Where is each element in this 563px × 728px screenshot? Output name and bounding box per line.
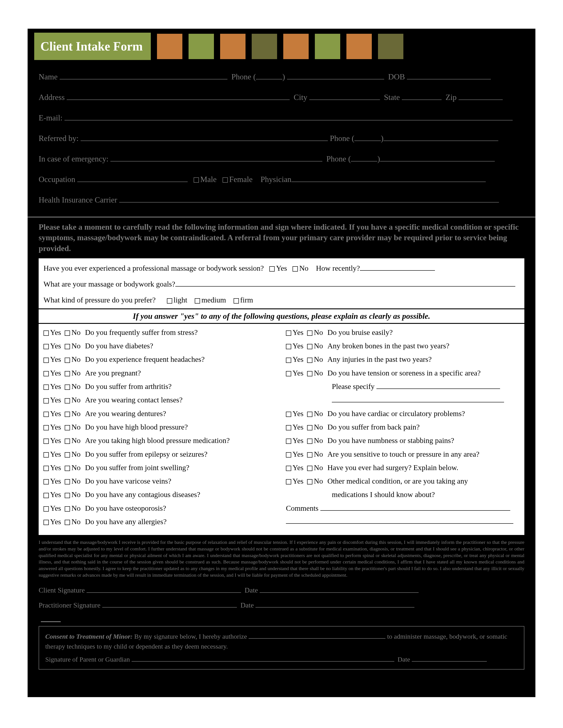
input-emergency[interactable]: [110, 153, 322, 161]
input-dob[interactable]: [407, 71, 491, 79]
checkbox-exp-no[interactable]: [293, 266, 298, 272]
checkbox-no[interactable]: [65, 358, 70, 363]
checkbox-no[interactable]: [307, 358, 313, 363]
checkbox-no[interactable]: [307, 330, 313, 336]
input-phone-area[interactable]: [256, 71, 283, 79]
checkbox-no[interactable]: [307, 452, 313, 458]
checkbox-no[interactable]: [65, 330, 70, 336]
input-minor-date[interactable]: [412, 654, 487, 662]
checkbox-yes[interactable]: [43, 493, 49, 498]
checkbox-no[interactable]: [65, 425, 70, 430]
checkbox-yes[interactable]: [43, 479, 49, 484]
checkbox-yes[interactable]: [43, 466, 49, 471]
checkbox-no[interactable]: [65, 466, 70, 471]
checkbox-no[interactable]: [65, 439, 70, 444]
checkbox-no[interactable]: [307, 439, 313, 444]
checkbox-yes[interactable]: [43, 330, 49, 336]
input-referred[interactable]: [81, 132, 328, 141]
label-yes: Yes: [50, 328, 61, 336]
input-physician[interactable]: [292, 173, 486, 182]
checkbox-yes[interactable]: [43, 358, 49, 363]
input-comments[interactable]: [321, 503, 510, 511]
checkbox-yes[interactable]: [43, 439, 49, 444]
checkbox-no[interactable]: [307, 412, 313, 417]
question-column-right: Yes NoDo you bruise easily?Yes NoAny bro…: [286, 327, 520, 530]
label-no: No: [314, 463, 323, 472]
checkbox-yes[interactable]: [286, 412, 291, 417]
checkbox-light[interactable]: [167, 298, 172, 304]
input-occupation[interactable]: [77, 173, 188, 182]
checkbox-no[interactable]: [65, 520, 70, 525]
checkbox-yes[interactable]: [43, 452, 49, 458]
checkbox-yes[interactable]: [286, 344, 291, 349]
checkbox-medium[interactable]: [195, 298, 200, 304]
checkbox-yes[interactable]: [43, 398, 49, 403]
checkbox-no[interactable]: [65, 493, 70, 498]
input-specify2[interactable]: [332, 395, 504, 402]
checkbox-no[interactable]: [65, 506, 70, 512]
checkbox-yes[interactable]: [43, 520, 49, 525]
input-comments2[interactable]: [286, 516, 513, 524]
checkbox-yes[interactable]: [43, 412, 49, 417]
input-insurance[interactable]: [119, 194, 499, 203]
checkbox-no[interactable]: [307, 344, 313, 349]
input-phone[interactable]: [287, 71, 384, 79]
input-minor-auth[interactable]: [248, 631, 386, 639]
checkbox-yes[interactable]: [43, 385, 49, 390]
input-goals[interactable]: [175, 279, 515, 287]
checkbox-no[interactable]: [65, 412, 70, 417]
checkbox-yes[interactable]: [286, 479, 291, 484]
input-specify[interactable]: [377, 381, 500, 389]
checkbox-yes[interactable]: [286, 439, 291, 444]
checkbox-yes[interactable]: [43, 344, 49, 349]
input-phone2-area[interactable]: [354, 132, 381, 141]
input-phone3-area[interactable]: [351, 153, 377, 161]
checkbox-male[interactable]: [194, 177, 199, 183]
input-parent-sig[interactable]: [132, 654, 394, 662]
checkbox-no[interactable]: [65, 344, 70, 349]
checkbox-no[interactable]: [307, 479, 313, 484]
input-recent[interactable]: [360, 263, 435, 271]
input-city[interactable]: [309, 91, 380, 100]
checkbox-no[interactable]: [65, 452, 70, 458]
checkbox-no[interactable]: [65, 371, 70, 376]
input-practitioner-sig[interactable]: [102, 600, 237, 608]
checkbox-no[interactable]: [65, 385, 70, 390]
input-email[interactable]: [64, 112, 513, 120]
label-no: No: [71, 504, 81, 512]
checkbox-yes[interactable]: [43, 506, 49, 512]
question-row: Yes NoDo you suffer from arthritis?: [43, 381, 277, 392]
input-client-date[interactable]: [259, 585, 419, 593]
checkbox-exp-yes[interactable]: [269, 266, 274, 272]
checkbox-yes[interactable]: [286, 466, 291, 471]
checkbox-yes[interactable]: [286, 330, 291, 336]
input-phone2[interactable]: [384, 132, 498, 141]
label-yes: Yes: [293, 463, 304, 472]
checkbox-yes[interactable]: [43, 425, 49, 430]
checkbox-no[interactable]: [65, 398, 70, 403]
checkbox-no[interactable]: [307, 425, 313, 430]
input-practitioner-date[interactable]: [255, 600, 415, 608]
checkbox-yes[interactable]: [286, 425, 291, 430]
checkbox-yes[interactable]: [286, 371, 291, 376]
question-row: Yes NoDo you have varicose veins?: [43, 476, 277, 486]
label-pressure: What kind of pressure do you prefer?: [43, 296, 156, 304]
checkbox-female[interactable]: [222, 177, 228, 183]
label-yes: Yes: [50, 436, 61, 445]
input-zip[interactable]: [459, 91, 503, 100]
input-address[interactable]: [67, 91, 290, 100]
input-client-sig[interactable]: [86, 585, 241, 593]
checkbox-yes[interactable]: [286, 452, 291, 458]
checkbox-no[interactable]: [307, 466, 313, 471]
input-name[interactable]: [60, 71, 227, 79]
label-yes: Yes: [293, 342, 304, 350]
label-no: No: [71, 369, 81, 377]
checkbox-firm[interactable]: [233, 298, 239, 304]
checkbox-yes[interactable]: [43, 371, 49, 376]
input-state[interactable]: [402, 91, 442, 100]
label-yes: Yes: [293, 355, 304, 363]
checkbox-yes[interactable]: [286, 358, 291, 363]
input-phone3[interactable]: [380, 153, 495, 161]
checkbox-no[interactable]: [65, 479, 70, 484]
checkbox-no[interactable]: [307, 371, 313, 376]
